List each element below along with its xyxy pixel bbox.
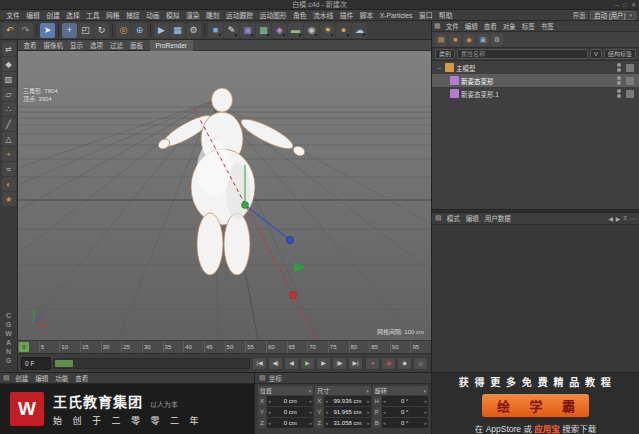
workplane-mode-icon[interactable]: ▱ xyxy=(2,87,16,101)
viewport-menu-item[interactable]: 选项 xyxy=(87,40,107,50)
rotation-h-field[interactable]: 0 ° xyxy=(382,396,428,406)
visibility-toggles[interactable] xyxy=(617,76,621,85)
expander-icon[interactable]: − xyxy=(436,65,443,71)
menu-item[interactable]: 选择 xyxy=(63,10,83,20)
scale-icon[interactable]: ◰ xyxy=(78,23,93,38)
menu-item[interactable]: 窗口 xyxy=(416,10,436,20)
object-manager-menu-item[interactable]: 书签 xyxy=(538,21,557,31)
live-selection-icon[interactable]: ➤ xyxy=(40,23,55,38)
last-tool-icon[interactable]: ◎ xyxy=(116,23,131,38)
category-dropdown[interactable]: 类别 xyxy=(435,49,455,59)
redo-icon[interactable]: ↷ xyxy=(18,23,33,38)
array-icon[interactable]: ▩ xyxy=(256,23,271,38)
material-menu-item[interactable]: 查看 xyxy=(72,373,92,383)
camera-icon[interactable]: ◉ xyxy=(304,23,319,38)
spline-pen-icon[interactable]: ✎ xyxy=(224,23,239,38)
deformer-icon[interactable]: ◈ xyxy=(272,23,287,38)
size-z-field[interactable]: 31.058 cm xyxy=(324,418,370,428)
menu-item[interactable]: 动画 xyxy=(143,10,163,20)
material-menu-item[interactable]: 编辑 xyxy=(32,373,52,383)
menu-item[interactable]: 文件 xyxy=(3,10,23,20)
playhead[interactable]: 0 xyxy=(19,342,29,352)
record-keyframe-button[interactable]: ● xyxy=(365,357,380,370)
menu-item[interactable]: X-Particles xyxy=(376,12,415,19)
points-mode-icon[interactable]: ∴ xyxy=(2,102,16,116)
visibility-toggles[interactable] xyxy=(617,89,621,98)
floor-icon[interactable]: ▬ xyxy=(288,23,303,38)
menu-item[interactable]: 角色 xyxy=(290,10,310,20)
position-x-field[interactable]: 0 cm xyxy=(267,396,313,406)
object-manager-menu-item[interactable]: 查看 xyxy=(481,21,500,31)
position-y-field[interactable]: 0 cm xyxy=(267,407,313,417)
menu-item[interactable]: 运动图形 xyxy=(256,10,290,20)
om-tag-icon[interactable]: ▣ xyxy=(477,34,489,46)
undo-icon[interactable]: ↶ xyxy=(2,23,17,38)
render-view-icon[interactable]: ▶ xyxy=(154,23,169,38)
menu-item[interactable]: 帮助 xyxy=(436,10,456,20)
edges-mode-icon[interactable]: ╱ xyxy=(2,117,16,131)
tag-icon[interactable] xyxy=(626,64,634,72)
tag-filter-button[interactable]: 结构标签 xyxy=(604,49,636,59)
plugin-icon[interactable]: ★ xyxy=(2,192,16,206)
menu-item[interactable]: 网格 xyxy=(103,10,123,20)
material-menu-item[interactable]: 创建 xyxy=(12,373,32,383)
position-header[interactable]: 位置▾ xyxy=(258,386,313,395)
move-icon[interactable]: + xyxy=(62,23,77,38)
make-editable-icon[interactable]: ⇄ xyxy=(2,42,16,56)
subdivision-surface-icon[interactable]: ▣ xyxy=(240,23,255,38)
texture-mode-icon[interactable]: ▨ xyxy=(2,72,16,86)
prorender-tab[interactable]: ProRender xyxy=(150,40,193,51)
viewport-menu-item[interactable]: 过滤 xyxy=(107,40,127,50)
menu-item[interactable]: 创建 xyxy=(43,10,63,20)
key-filter-position-button[interactable]: ◆ xyxy=(397,357,412,370)
attribute-manager-menu-item[interactable]: 编辑 xyxy=(463,213,482,223)
enable-axis-icon[interactable]: + xyxy=(2,147,16,161)
visibility-toggles[interactable] xyxy=(617,63,621,72)
rotation-header[interactable]: 旋转▾ xyxy=(373,386,428,395)
size-header[interactable]: 尺寸▾ xyxy=(315,386,370,395)
current-frame-field[interactable]: 0 F xyxy=(21,357,51,370)
position-z-field[interactable]: 0 cm xyxy=(267,418,313,428)
prev-key-button[interactable]: ◀| xyxy=(268,357,283,370)
am-list-icon[interactable]: ≡ xyxy=(623,215,627,222)
goto-end-button[interactable]: ▶| xyxy=(348,357,363,370)
render-settings-icon[interactable]: ⚙ xyxy=(186,23,201,38)
material-icon[interactable]: ● xyxy=(336,23,351,38)
add-cube-icon[interactable]: ■ xyxy=(208,23,223,38)
size-y-field[interactable]: 91.965 cm xyxy=(324,407,370,417)
coord-system-icon[interactable]: ⊕ xyxy=(132,23,147,38)
next-key-button[interactable]: |▶ xyxy=(332,357,347,370)
menu-item[interactable]: 运动跟踪 xyxy=(223,10,257,20)
object-manager-menu-item[interactable]: 对象 xyxy=(500,21,519,31)
sky-icon[interactable]: ☁ xyxy=(352,23,367,38)
menu-item[interactable]: 渲染 xyxy=(183,10,203,20)
timeline-ruler[interactable]: 05101520253035404550556065707580859095 0 xyxy=(18,340,431,353)
maximize-button[interactable]: □ xyxy=(623,0,627,10)
tag-icon[interactable] xyxy=(626,90,634,98)
tree-row[interactable]: − 主模型 xyxy=(432,61,639,74)
viewport-menu-item[interactable]: 面板 xyxy=(127,40,147,50)
minimize-button[interactable]: ─ xyxy=(615,0,619,10)
key-filter-rotation-button[interactable]: ◇ xyxy=(413,357,428,370)
autokey-button[interactable]: ◉ xyxy=(381,357,396,370)
ad-badge[interactable]: 绘 学 霸 xyxy=(482,394,589,417)
om-character-icon[interactable]: ◆ xyxy=(463,34,475,46)
rotation-p-field[interactable]: 0 ° xyxy=(382,407,428,417)
search-input[interactable]: 属性名称 xyxy=(457,49,588,59)
next-frame-button[interactable]: ▶ xyxy=(316,357,331,370)
om-object-icon[interactable]: ■ xyxy=(449,34,461,46)
light-icon[interactable]: ☀ xyxy=(320,23,335,38)
viewport[interactable]: 三角形: 7804 顶点: 3904 网格间隔: 100 cm xyxy=(18,51,431,340)
menu-item[interactable]: 脚本 xyxy=(356,10,376,20)
menu-item[interactable]: 工具 xyxy=(83,10,103,20)
menu-item[interactable]: 雕刻 xyxy=(203,10,223,20)
power-slider[interactable] xyxy=(53,358,250,369)
attribute-manager-menu-item[interactable]: 模式 xyxy=(444,213,463,223)
model-mode-icon[interactable]: ◆ xyxy=(2,57,16,71)
tag-icon[interactable] xyxy=(626,77,634,85)
am-forward-icon[interactable]: ▶ xyxy=(616,215,621,222)
tree-row[interactable]: 新姿态变形.1 xyxy=(432,87,639,100)
snap-icon[interactable]: ≈ xyxy=(2,162,16,176)
prev-frame-button[interactable]: ◀ xyxy=(284,357,299,370)
goto-start-button[interactable]: |◀ xyxy=(252,357,267,370)
